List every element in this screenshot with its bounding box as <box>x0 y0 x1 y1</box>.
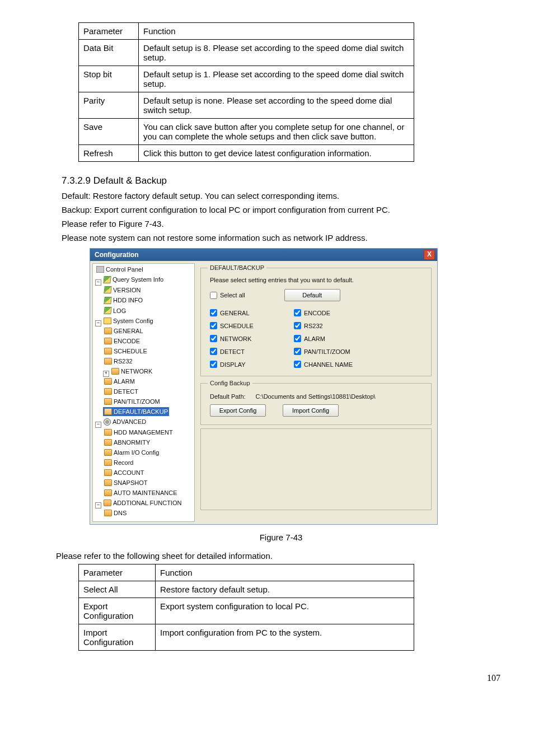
folder-icon <box>104 439 112 446</box>
col-function: Function <box>156 564 414 581</box>
default-button[interactable]: Default <box>284 289 340 301</box>
close-button[interactable]: X <box>424 250 435 260</box>
table-row: Export ConfigurationExport system config… <box>79 598 414 624</box>
folder-icon <box>104 500 111 506</box>
navigation-tree: Control Panel −Query System Info VERSION… <box>92 263 195 522</box>
parameter-table-2: Parameter Function Select AllRestore fac… <box>78 564 414 651</box>
window-title: Configuration <box>95 251 139 259</box>
tree-advanced[interactable]: ADVANCED <box>102 417 147 426</box>
table-row: Data BitDefault setup is 8. Please set a… <box>79 40 414 66</box>
body-text: Backup: Export current configuration to … <box>62 204 500 216</box>
folder-icon <box>104 459 112 466</box>
tree-network[interactable]: NETWORK <box>110 367 153 376</box>
check-rs232[interactable]: RS232 <box>294 322 395 329</box>
tree-hdd-management[interactable]: HDD MANAGEMENT <box>103 428 174 437</box>
folder-icon <box>104 378 112 385</box>
folder-icon <box>104 358 112 365</box>
tree-dns[interactable]: DNS <box>103 508 128 517</box>
expand-icon[interactable]: − <box>95 502 101 508</box>
import-config-button[interactable]: Import Config <box>283 404 339 417</box>
check-alarm[interactable]: ALARM <box>294 335 395 342</box>
folder-open-icon <box>104 408 112 415</box>
body-text: Default: Restore factory default setup. … <box>62 190 500 202</box>
expand-icon[interactable]: − <box>95 422 101 428</box>
default-path-label: Default Path: <box>210 393 246 400</box>
col-function: Function <box>139 23 414 40</box>
body-text: Please refer to the following sheet for … <box>56 550 500 562</box>
table-row: Stop bitDefault setup is 1. Please set a… <box>79 66 414 92</box>
system-icon <box>104 318 111 324</box>
pencil-icon <box>103 276 111 283</box>
figure-caption: Figure 7-43 <box>62 533 500 542</box>
check-network[interactable]: NETWORK <box>210 335 294 342</box>
body-text: Please refer to Figure 7-43. <box>62 218 500 230</box>
empty-group <box>200 428 432 510</box>
tree-rs232[interactable]: RS232 <box>103 357 134 366</box>
group-title: Config Backup <box>208 380 252 386</box>
pencil-icon <box>104 297 111 304</box>
folder-icon <box>104 449 112 456</box>
folder-icon <box>104 489 112 496</box>
panel-icon <box>96 266 104 273</box>
folder-icon <box>104 398 112 405</box>
check-general[interactable]: GENERAL <box>210 309 294 316</box>
tree-schedule[interactable]: SCHEDULE <box>103 347 148 356</box>
page-number: 107 <box>62 673 500 683</box>
tree-query-system-info[interactable]: Query System Info <box>102 275 165 284</box>
select-all-checkbox[interactable]: Select all <box>210 292 245 299</box>
table-row: SaveYou can click save button after you … <box>79 119 414 145</box>
folder-icon <box>104 469 112 476</box>
select-all-input[interactable] <box>210 292 217 299</box>
group-title: DEFAULT/BACKUP <box>208 264 266 271</box>
pencil-icon <box>104 286 111 293</box>
check-ptz[interactable]: PAN/TILT/ZOOM <box>294 348 395 355</box>
folder-icon <box>104 338 112 344</box>
check-channel-name[interactable]: CHANNEL NAME <box>294 361 395 368</box>
folder-icon <box>104 348 112 354</box>
export-config-button[interactable]: Export Config <box>210 404 266 417</box>
check-display[interactable]: DISPLAY <box>210 361 294 368</box>
tree-detect[interactable]: DETECT <box>103 387 139 396</box>
check-encode[interactable]: ENCODE <box>294 309 395 316</box>
tree-default-backup[interactable]: DEFAULT/BACKUP <box>103 407 169 416</box>
tree-account[interactable]: ACCOUNT <box>103 468 145 477</box>
tree-ptz[interactable]: PAN/TILT/ZOOM <box>103 397 161 406</box>
tree-record[interactable]: Record <box>103 458 134 467</box>
table-row: ParityDefault setup is none. Please set … <box>79 92 414 119</box>
col-parameter: Parameter <box>79 23 139 40</box>
tree-version[interactable]: VERSION <box>103 286 142 295</box>
body-text: Please note system can not restore some … <box>62 232 500 244</box>
expand-icon[interactable]: + <box>103 371 109 377</box>
parameter-table-1: Parameter Function Data BitDefault setup… <box>78 22 414 162</box>
tree-snapshot[interactable]: SNAPSHOT <box>103 478 149 487</box>
config-backup-group: Config Backup Default Path: C:\Documents… <box>200 380 432 425</box>
tree-additional-function[interactable]: ADDTIONAL FUNCTION <box>102 498 182 507</box>
instruction-text: Please select setting entries that you w… <box>210 277 424 283</box>
tree-alarm-io-config[interactable]: Alarm I/O Config <box>103 448 160 457</box>
expand-icon[interactable]: − <box>95 279 101 286</box>
pencil-icon <box>104 307 111 314</box>
folder-icon <box>104 479 112 486</box>
tree-alarm[interactable]: ALARM <box>103 377 136 386</box>
tree-hdd-info[interactable]: HDD INFO <box>103 296 144 305</box>
tree-encode[interactable]: ENCODE <box>103 337 141 346</box>
table-row: Select AllRestore factory default setup. <box>79 581 414 598</box>
check-schedule[interactable]: SCHEDULE <box>210 322 294 329</box>
tree-control-panel[interactable]: Control Panel <box>95 265 144 274</box>
tree-log[interactable]: LOG <box>103 306 127 315</box>
section-heading: 7.3.2.9 Default & Backup <box>62 175 500 186</box>
content-pane: DEFAULT/BACKUP Please select setting ent… <box>197 261 437 524</box>
folder-icon <box>111 368 119 375</box>
tree-abnormity[interactable]: ABNORMITY <box>103 438 151 447</box>
folder-icon <box>104 429 112 436</box>
tree-auto-maintenance[interactable]: AUTO MAINTENANCE <box>103 488 178 497</box>
tree-general[interactable]: GENERAL <box>103 326 144 335</box>
folder-icon <box>104 388 112 395</box>
window-titlebar: Configuration X <box>90 249 437 261</box>
table-row: Import ConfigurationImport configuration… <box>79 624 414 651</box>
configuration-window: Configuration X Control Panel −Query Sys… <box>90 248 438 525</box>
tree-system-config[interactable]: System Config <box>102 316 154 325</box>
expand-icon[interactable]: − <box>95 320 101 326</box>
check-detect[interactable]: DETECT <box>210 348 294 355</box>
folder-icon <box>104 510 112 516</box>
